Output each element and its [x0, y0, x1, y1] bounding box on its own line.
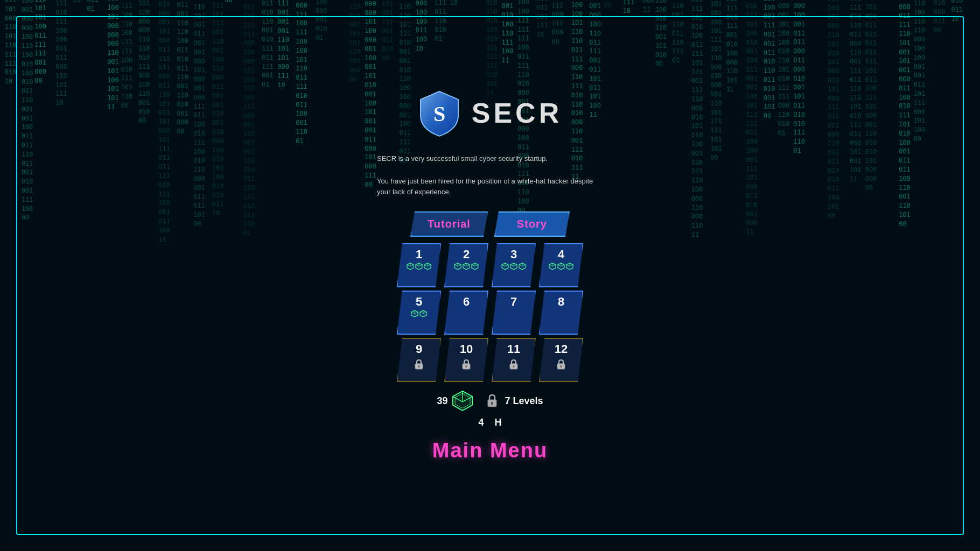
matrix-col: 010 010 000 011 111 110 101 001 101 001 … — [899, 0, 911, 229]
description-block: SECR is a very successful small cyber se… — [377, 153, 603, 198]
svg-line-27 — [502, 265, 505, 266]
level-cell-4[interactable]: 4 — [539, 243, 583, 287]
level-num-4: 4 — [558, 249, 564, 260]
cubes-stat: 39 — [437, 390, 473, 412]
matrix-col: 000 001 101 011 010 011 010 100 011 101 … — [623, 0, 635, 16]
lock-large-icon — [484, 393, 500, 409]
story-button[interactable]: Story — [494, 211, 570, 237]
level-cell-3[interactable]: 3 — [492, 243, 536, 287]
matrix-col: 010 010 011 110 100 101 000 100 100 101 … — [710, 0, 722, 162]
svg-line-31 — [510, 265, 514, 266]
cube-icon — [454, 263, 461, 270]
level-num-2: 2 — [463, 249, 470, 260]
lock-icon — [508, 358, 520, 370]
matrix-col: 110 100 001 011 100 011 000 001 100 001 … — [672, 0, 684, 65]
level-cell-2[interactable]: 2 — [444, 243, 488, 287]
svg-line-8 — [419, 265, 422, 266]
matrix-col: 011 110 001 000 011 111 010 001 100 110 … — [225, 0, 237, 4]
matrix-col: 111 100 001 000 100 001 001 010 110 111 … — [73, 0, 85, 5]
svg-line-19 — [463, 265, 466, 266]
svg-rect-71 — [491, 402, 493, 405]
svg-line-20 — [466, 265, 470, 266]
cube-icon — [415, 263, 423, 270]
level-cell-9[interactable]: 9 — [397, 338, 441, 382]
cube-icon — [407, 263, 414, 270]
cube-icon — [501, 263, 509, 270]
cube-icon — [510, 263, 517, 270]
svg-line-23 — [472, 265, 475, 266]
matrix-col: 111 100 100 111 011 000 011 000 100 011 … — [501, 0, 513, 65]
matrix-col: 010 010 010 100 001 000 110 101 010 101 … — [828, 0, 839, 221]
svg-line-48 — [570, 265, 573, 266]
matrix-col: 111 011 101 100 001 000 001 010 101 100 … — [486, 0, 498, 97]
level-cubes-5 — [411, 310, 427, 317]
level-cell-1[interactable]: 1 — [397, 243, 441, 287]
cube-icon — [411, 310, 418, 317]
description-line1: SECR is a very successful small cyber se… — [377, 153, 603, 165]
svg-line-16 — [458, 265, 461, 266]
level-num-9: 9 — [416, 343, 422, 355]
logo-shield: S — [418, 89, 461, 137]
cube-icon — [519, 263, 526, 270]
cube-icon — [424, 263, 431, 270]
level-cell-10[interactable]: 10 — [444, 338, 488, 382]
level-cell-6[interactable]: 6 — [444, 291, 488, 335]
level-num-11: 11 — [507, 343, 520, 355]
svg-line-44 — [561, 265, 564, 266]
matrix-col: 100 111 110 111 100 011 011 001 001 111 … — [316, 0, 327, 43]
matrix-col: 001 100 110 111 111 110 001 111 000 010 … — [435, 0, 446, 44]
main-menu-button[interactable]: Main Menu — [432, 439, 548, 462]
matrix-col: 010 001 110 111 101 101 000 000 001 010 … — [951, 0, 963, 23]
level-cubes-2 — [454, 263, 479, 270]
level-cubes-4 — [549, 263, 573, 270]
level-num-8: 8 — [558, 296, 564, 308]
level-cell-5[interactable]: 5 — [397, 291, 441, 335]
logo-area: S SECR — [418, 89, 562, 137]
matrix-col: 001 000 111 010 101 110 001 111 010 110 … — [850, 0, 862, 184]
level-num-6: 6 — [463, 296, 470, 308]
matrix-col: 000 111 011 010 110 111 000 101 101 011 … — [764, 0, 775, 121]
level-cubes-1 — [407, 263, 431, 270]
matrix-col: 000 001 001 010 100 100 100 010 011 100 … — [138, 0, 150, 125]
matrix-col: 001 111 101 010 100 011 111 101 101 001 … — [691, 0, 703, 239]
tutorial-button[interactable]: Tutorial — [410, 211, 488, 237]
matrix-col: 110 100 001 101 100 001 010 011 100 101 … — [778, 0, 790, 137]
matrix-col: 101 010 100 100 100 110 011 010 000 111 … — [34, 0, 46, 86]
matrix-col: 010 000 001 101 000 011 110 011 000 011 … — [158, 0, 170, 244]
svg-rect-58 — [418, 365, 420, 368]
level-cell-12[interactable]: 12 — [539, 338, 583, 382]
cubes-count: 39 — [437, 395, 447, 407]
matrix-col: 101 110 011 010 001 100 001 100 111 000 … — [382, 0, 394, 63]
game-title: SECR — [472, 97, 562, 129]
svg-line-47 — [566, 265, 570, 266]
svg-line-56 — [423, 312, 426, 314]
stat-label-row: 4 H — [478, 417, 501, 428]
matrix-col: 111 001 011 110 000 100 110 001 110 111 … — [603, 0, 615, 10]
level-num-12: 12 — [555, 343, 568, 355]
level-cubes-3 — [501, 263, 526, 270]
svg-line-4 — [410, 265, 414, 266]
svg-line-40 — [552, 265, 556, 266]
hotkeys-label: H — [495, 417, 502, 428]
svg-rect-64 — [561, 365, 562, 368]
level-num-10: 10 — [460, 343, 473, 355]
matrix-col: 011 000 010 111 010 000 100 101 111 011 … — [934, 0, 946, 35]
svg-line-35 — [519, 265, 522, 266]
matrix-col: 100 010 001 010 111 000 010 001 000 111 … — [296, 0, 307, 146]
matrix-col: 110 001 110 101 101 100 000 000 000 111 … — [793, 0, 805, 156]
matrix-col: 011 000 010 101 010 001 000 101 001 101 … — [5, 0, 17, 86]
matrix-col: 000 101 111 011 101 101 110 010 100 001 … — [177, 0, 188, 136]
level-cell-8[interactable]: 8 — [539, 291, 583, 335]
svg-marker-69 — [455, 393, 470, 408]
matrix-col: 010 011 100 110 011 000 100 000 101 100 … — [243, 0, 255, 238]
matrix-col: 101 100 001 111 001 100 001 111 011 111 … — [55, 0, 67, 108]
svg-line-51 — [411, 312, 415, 314]
matrix-col: 111 001 110 111 101 001 000 001 000 111 … — [914, 0, 926, 144]
level-cell-7[interactable]: 7 — [492, 291, 536, 335]
matrix-col: 110 101 101 011 000 011 100 011 011 110 … — [262, 0, 274, 89]
level-num-3: 3 — [510, 249, 517, 260]
svg-line-15 — [454, 265, 458, 266]
cube-icon — [557, 263, 565, 270]
svg-line-12 — [428, 265, 431, 266]
level-cell-11[interactable]: 11 — [492, 338, 536, 382]
